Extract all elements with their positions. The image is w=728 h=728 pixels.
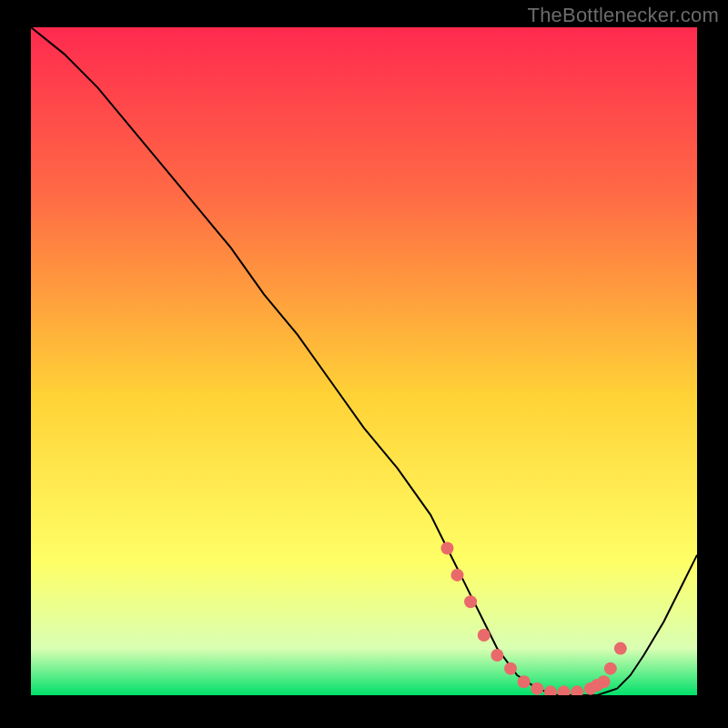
highlight-marker — [464, 595, 477, 608]
plot-area — [31, 27, 697, 695]
highlight-marker — [614, 642, 627, 655]
highlight-marker — [598, 675, 611, 688]
highlight-marker — [518, 675, 531, 688]
bottleneck-chart-svg — [31, 27, 697, 695]
chart-frame: TheBottlenecker.com — [0, 0, 728, 728]
highlight-marker — [604, 662, 617, 675]
highlight-marker — [531, 682, 543, 695]
highlight-marker — [441, 542, 454, 555]
highlight-marker — [450, 569, 463, 581]
highlight-marker — [490, 649, 503, 662]
highlight-marker — [478, 629, 490, 642]
watermark-text: TheBottlenecker.com — [528, 4, 719, 27]
highlight-marker — [504, 662, 517, 675]
